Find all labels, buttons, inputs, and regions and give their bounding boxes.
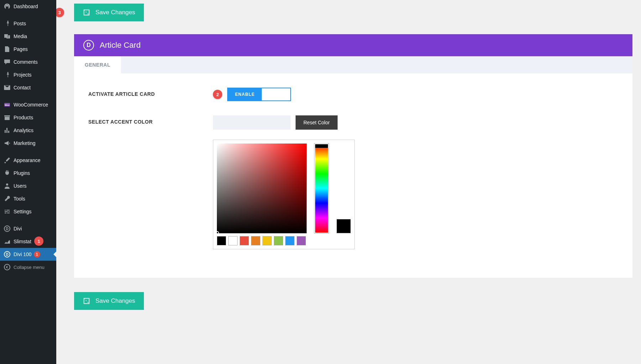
svg-text:Woo: Woo (5, 104, 10, 106)
sidebar-item-slimstat[interactable]: Slimstat (0, 235, 56, 248)
settings-content: ACTIVATE ARTICLE CARD 2 ENABLE SELECT AC… (74, 73, 632, 278)
accent-label: SELECT ACCENT COLOR (88, 115, 213, 249)
sidebar-item-users[interactable]: Users (0, 180, 56, 192)
app-root: Dashboard Posts Media Pages Comments Pro… (0, 0, 641, 364)
tab-bar: GENERAL (74, 56, 632, 73)
save-button-label: Save Changes (95, 9, 135, 16)
panel-header: D Article Card (74, 34, 632, 56)
archive-icon (4, 114, 11, 121)
sidebar-item-media[interactable]: Media (0, 30, 56, 43)
svg-text:D: D (6, 253, 8, 256)
user-icon (4, 182, 11, 189)
sidebar-item-label: Comments (14, 59, 38, 65)
sidebar-item-label: Slimstat (14, 239, 31, 244)
dashboard-icon (4, 3, 11, 10)
sidebar-item-dashboard[interactable]: Dashboard (0, 0, 56, 13)
svg-rect-8 (84, 10, 89, 15)
panel-title: Article Card (100, 41, 141, 50)
sidebar-item-comments[interactable]: Comments (0, 56, 56, 68)
megaphone-icon (4, 140, 11, 147)
enable-toggle[interactable]: ENABLE (227, 88, 291, 101)
swatch[interactable] (240, 236, 249, 245)
swatch[interactable] (228, 236, 238, 245)
save-changes-button[interactable]: Save Changes (74, 4, 144, 21)
svg-point-2 (6, 183, 8, 186)
accent-color-input[interactable] (213, 115, 291, 130)
sliders-icon (4, 208, 11, 215)
toggle-off (262, 88, 290, 100)
save-icon (83, 9, 90, 16)
sidebar-item-products[interactable]: Products (0, 111, 56, 124)
comment-icon (4, 58, 11, 66)
collapse-icon (4, 264, 11, 271)
color-swatches (217, 236, 351, 245)
sidebar-item-plugins[interactable]: Plugins (0, 167, 56, 180)
wrench-icon (4, 195, 11, 202)
setting-accent-color: SELECT ACCENT COLOR Reset Color (88, 115, 618, 249)
sidebar-item-label: Analytics (14, 128, 33, 133)
divi-icon: D (4, 251, 11, 258)
sidebar-item-label: Divi (14, 226, 22, 232)
sidebar-item-contact[interactable]: Contact (0, 81, 56, 94)
swatch[interactable] (251, 236, 260, 245)
toggle-on: ENABLE (228, 88, 262, 100)
annotation-marker-2: 2 (213, 90, 222, 99)
envelope-icon (4, 84, 11, 91)
sidebar-item-label: Products (14, 115, 33, 120)
sidebar-item-label: Plugins (14, 170, 30, 176)
pin-icon (4, 20, 11, 27)
sidebar-item-woocommerce[interactable]: Woo WooCommerce (0, 98, 56, 111)
sidebar-collapse[interactable]: Collapse menu (0, 261, 56, 274)
color-preview (337, 219, 351, 233)
swatch[interactable] (285, 236, 295, 245)
sidebar-item-settings[interactable]: Settings (0, 205, 56, 218)
sidebar-item-label: Projects (14, 72, 32, 78)
plug-icon (4, 170, 11, 177)
admin-sidebar: Dashboard Posts Media Pages Comments Pro… (0, 0, 56, 364)
svg-point-7 (4, 264, 10, 270)
sidebar-item-posts[interactable]: Posts (0, 17, 56, 30)
sidebar-item-marketing[interactable]: Marketing (0, 137, 56, 150)
sidebar-item-label: Collapse menu (14, 265, 45, 270)
bars-icon (4, 127, 11, 134)
pin-icon (4, 71, 11, 78)
sidebar-item-label: Pages (14, 46, 28, 52)
sidebar-item-projects[interactable]: Projects (0, 68, 56, 81)
woo-icon: Woo (4, 101, 11, 108)
saturation-panel[interactable] (217, 144, 307, 233)
sidebar-item-pages[interactable]: Pages (0, 43, 56, 56)
save-button-label: Save Changes (95, 297, 135, 305)
media-icon (4, 33, 11, 40)
brush-icon (4, 157, 11, 164)
activate-label: ACTIVATE ARTICLE CARD (88, 88, 213, 101)
setting-activate: ACTIVATE ARTICLE CARD 2 ENABLE (88, 88, 618, 101)
tab-general[interactable]: GENERAL (74, 56, 121, 73)
swatch[interactable] (217, 236, 226, 245)
sidebar-item-label: Settings (14, 209, 32, 214)
sidebar-item-label: Appearance (14, 157, 41, 163)
sidebar-item-divi[interactable]: D Divi (0, 222, 56, 235)
annotation-marker-1: 1 (34, 236, 43, 246)
svg-rect-9 (84, 298, 89, 304)
sidebar-item-tools[interactable]: Tools (0, 192, 56, 205)
notification-badge: 1 (34, 251, 40, 258)
sidebar-item-label: Divi 100 (14, 251, 32, 257)
sidebar-item-appearance[interactable]: Appearance (0, 154, 56, 167)
swatch[interactable] (274, 236, 283, 245)
swatch[interactable] (297, 236, 306, 245)
color-picker (213, 140, 355, 249)
swatch[interactable] (262, 236, 272, 245)
sidebar-item-analytics[interactable]: Analytics (0, 124, 56, 137)
sidebar-item-divi100[interactable]: D Divi 100 1 (0, 248, 56, 261)
sidebar-item-label: Tools (14, 196, 25, 202)
panel-body: GENERAL ACTIVATE ARTICLE CARD 2 ENABLE S… (74, 56, 632, 278)
sidebar-item-label: Users (14, 183, 27, 189)
sidebar-item-label: WooCommerce (14, 102, 48, 108)
sidebar-item-label: Posts (14, 21, 26, 26)
hue-slider[interactable] (314, 144, 329, 233)
sidebar-item-label: Dashboard (14, 4, 38, 9)
reset-color-button[interactable]: Reset Color (296, 115, 338, 130)
chart-icon (4, 238, 11, 245)
save-changes-button-bottom[interactable]: Save Changes (74, 292, 144, 310)
annotation-marker-3: 3 (56, 8, 64, 17)
